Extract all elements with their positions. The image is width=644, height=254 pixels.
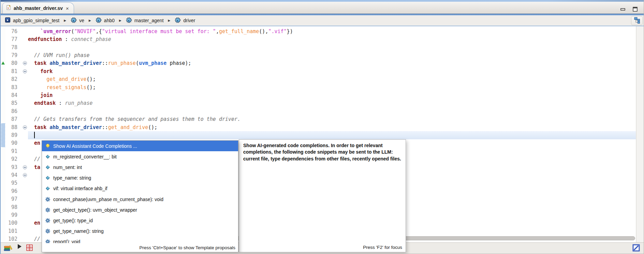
uvm-component-icon: c xyxy=(96,17,102,24)
play-triangle xyxy=(18,244,21,249)
code-line[interactable]: 77endfunction : connect_phase xyxy=(1,35,636,43)
ide-window: v ahb_master_driver.sv × apb_gpio_simple… xyxy=(0,0,644,254)
breadcrumb-label: driver xyxy=(183,18,195,23)
breadcrumb-label: ahb0 xyxy=(104,18,115,23)
code-text: `uvm_error("NOVIF",{"virtual interface m… xyxy=(28,27,636,35)
method-icon xyxy=(45,196,50,202)
completion-item[interactable]: connect_phase(uvm_phase m_current_phase)… xyxy=(42,194,238,204)
code-line[interactable]: 79 // UVM run() phase xyxy=(1,51,636,59)
completion-item[interactable]: num_sent: int xyxy=(42,162,238,172)
svg-text:c: c xyxy=(98,18,100,22)
breadcrumb-item-apb_gpio_simple_test[interactable]: apb_gpio_simple_test xyxy=(5,17,59,24)
code-line[interactable]: 76 `uvm_error("NOVIF",{"virtual interfac… xyxy=(1,27,636,35)
range-indicator-marker xyxy=(1,123,5,147)
close-icon[interactable]: × xyxy=(65,6,70,11)
breadcrumb-item-ve[interactable]: cve xyxy=(71,17,84,24)
fold-collapse-icon[interactable] xyxy=(22,69,28,73)
breadcrumb-item-ahb0[interactable]: cahb0 xyxy=(96,17,115,24)
breadcrumb-separator-icon: ▶ xyxy=(119,19,121,22)
completion-item[interactable]: report(): void xyxy=(42,237,238,243)
completion-info-tooltip: Show AI-generated code completions. In o… xyxy=(239,139,406,252)
uvm-component-icon: c xyxy=(175,17,181,24)
fold-collapse-icon[interactable] xyxy=(22,165,28,169)
completion-label: type_name: string xyxy=(53,175,91,181)
lightbulb-icon xyxy=(45,143,50,149)
breadcrumb-label: master_agent xyxy=(134,18,164,23)
code-completion-popup: Show AI Assistant Code Completions ...m_… xyxy=(42,140,238,252)
code-line[interactable]: 87 // Gets transfers from the sequencer … xyxy=(1,115,636,123)
code-text: endtask : run_phase xyxy=(28,99,636,107)
code-line[interactable]: 84 join xyxy=(1,91,636,99)
breadcrumb-separator-icon: ▶ xyxy=(168,19,171,22)
completion-label: get_type_name(): string xyxy=(53,228,104,234)
toggle-breadcrumb-hierarchy-button[interactable] xyxy=(631,16,643,25)
completion-item[interactable]: Show AI Assistant Code Completions ... xyxy=(42,141,238,151)
text-caret xyxy=(34,132,35,138)
field-icon xyxy=(45,154,50,159)
completion-label: num_sent: int xyxy=(53,165,82,170)
completion-item[interactable]: get_type_name(): string xyxy=(42,226,238,237)
code-line[interactable]: 78 xyxy=(1,43,636,51)
breadcrumb-item-master_agent[interactable]: cmaster_agent xyxy=(126,17,164,24)
completion-label: vif: virtual interface ahb_if xyxy=(53,186,107,191)
completion-item[interactable]: vif: virtual interface ahb_if xyxy=(42,183,238,194)
tooltip-text: Show AI-generated code completions. In o… xyxy=(239,140,406,165)
code-text: // UVM run() phase xyxy=(28,51,636,59)
breadcrumb-separator-icon: ▶ xyxy=(89,19,91,22)
fold-collapse-icon[interactable] xyxy=(22,125,28,129)
field-icon xyxy=(45,175,50,181)
completion-label: Show AI Assistant Code Completions ... xyxy=(53,143,137,149)
test-root-icon xyxy=(5,17,11,24)
breadcrumb-label: ve xyxy=(79,18,84,23)
code-line[interactable]: 83 reset_signals(); xyxy=(1,83,636,91)
completion-label: report(): void xyxy=(53,239,80,243)
method-icon xyxy=(45,239,50,243)
code-text: task ahb_master_driver::get_and_drive(); xyxy=(28,123,636,131)
fold-collapse-icon[interactable] xyxy=(22,61,28,65)
code-text xyxy=(28,43,636,51)
uvm-component-icon: c xyxy=(71,17,77,24)
code-line[interactable]: 86 xyxy=(1,107,636,115)
code-line[interactable]: 88 task ahb_master_driver::get_and_drive… xyxy=(1,123,636,131)
code-line[interactable]: 81 fork xyxy=(1,67,636,75)
breadcrumb: apb_gpio_simple_test▶cve▶cahb0▶cmaster_a… xyxy=(1,15,644,26)
maximize-icon[interactable] xyxy=(632,6,639,12)
red-grid-icon[interactable] xyxy=(26,244,33,251)
tab-ahb-master-driver[interactable]: v ahb_master_driver.sv × xyxy=(2,2,74,14)
method-icon xyxy=(45,228,50,234)
completion-list: Show AI Assistant Code Completions ...m_… xyxy=(42,141,238,243)
fast-view-icon[interactable] xyxy=(632,244,640,252)
field-icon xyxy=(45,164,50,170)
uvm-component-icon: c xyxy=(126,17,132,24)
completion-popup-hint: Press 'Ctrl+Space' to show Template prop… xyxy=(42,243,238,252)
code-text: endfunction : connect_phase xyxy=(28,35,636,43)
code-text: task ahb_master_driver::run_phase(uvm_ph… xyxy=(28,59,636,67)
library-books-icon[interactable] xyxy=(3,244,13,252)
breadcrumb-item-driver[interactable]: cdriver xyxy=(175,17,195,24)
completion-item[interactable]: m_registered_converter__: bit xyxy=(42,151,238,162)
breadcrumb-separator-icon: ▶ xyxy=(64,19,66,22)
completion-item[interactable]: type_name: string xyxy=(42,173,238,183)
marker-ruler xyxy=(1,26,5,242)
editor-tab-bar: v ahb_master_driver.sv × xyxy=(1,2,644,14)
vertical-scrollbar[interactable] xyxy=(636,26,644,242)
svg-text:c: c xyxy=(177,18,179,22)
code-line[interactable]: 82 get_and_drive(); xyxy=(1,75,636,83)
fold-collapse-icon[interactable] xyxy=(22,173,28,177)
code-line[interactable]: 80 task ahb_master_driver::run_phase(uvm… xyxy=(1,59,636,67)
code-line[interactable]: 89 xyxy=(1,131,636,139)
run-play-icon[interactable] xyxy=(18,244,21,249)
last-edit-marker-icon xyxy=(1,61,5,65)
hierarchy-icon xyxy=(633,16,641,25)
field-icon xyxy=(45,186,50,192)
method-icon xyxy=(45,217,50,223)
code-text: join xyxy=(28,91,636,99)
completion-item[interactable]: get_object_type(): uvm_object_wrapper xyxy=(42,204,238,215)
completion-item[interactable]: get_type(): type_id xyxy=(42,215,238,226)
sv-file-icon: v xyxy=(6,5,11,12)
minimize-icon[interactable] xyxy=(619,6,626,12)
code-text: // Gets transfers from the sequencer and… xyxy=(28,115,636,123)
code-line[interactable]: 85 endtask : run_phase xyxy=(1,99,636,107)
method-icon xyxy=(45,207,50,213)
completion-label: connect_phase(uvm_phase m_current_phase)… xyxy=(53,197,163,202)
